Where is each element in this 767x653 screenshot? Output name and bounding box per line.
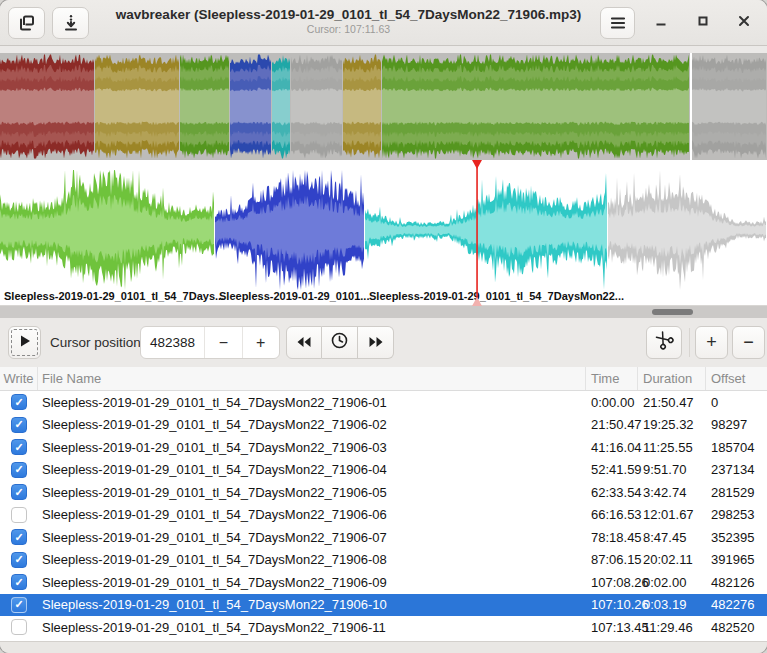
table-row[interactable]: ✓Sleepless-2019-01-29_0101_tl_54_7DaysMo… — [0, 549, 767, 572]
duration-cell: 0:03.19 — [638, 597, 706, 612]
table-row[interactable]: ✓Sleepless-2019-01-29_0101_tl_54_7DaysMo… — [0, 391, 767, 414]
overview-waveform[interactable] — [0, 53, 767, 160]
write-checkbox-checked[interactable]: ✓ — [11, 529, 27, 545]
write-checkbox-checked[interactable]: ✓ — [11, 484, 27, 500]
write-cell: ✓ — [0, 597, 38, 613]
waveform-scrollbar[interactable] — [0, 306, 767, 318]
remove-break-button[interactable]: − — [732, 326, 765, 359]
time-cell: 87:06.15 — [586, 552, 638, 567]
minimize-icon — [654, 14, 668, 32]
filename-cell: Sleepless-2019-01-29_0101_tl_54_7DaysMon… — [38, 440, 586, 455]
maximize-icon — [696, 14, 710, 32]
write-checkbox-checked[interactable]: ✓ — [11, 552, 27, 568]
table-row[interactable]: ✓Sleepless-2019-01-29_0101_tl_54_7DaysMo… — [0, 526, 767, 549]
detail-waveform[interactable]: Sleepless-2019-01-29_0101_tl_54_7Days...… — [0, 160, 767, 306]
column-header-offset[interactable]: Offset — [706, 367, 767, 390]
write-cell: ✓ — [0, 484, 38, 500]
duration-cell: 11:25.55 — [638, 440, 706, 455]
time-cell: 41:16.04 — [586, 440, 638, 455]
spin-increment-button[interactable]: + — [242, 327, 279, 358]
column-header-time[interactable]: Time — [586, 367, 638, 390]
save-file-icon — [61, 13, 81, 33]
offset-cell: 298253 — [706, 507, 767, 522]
duration-cell: 21:50.47 — [638, 395, 706, 410]
scrollbar-handle[interactable] — [652, 309, 693, 315]
jump-to-time-button[interactable] — [322, 326, 358, 359]
table-row[interactable]: Sleepless-2019-01-29_0101_tl_54_7DaysMon… — [0, 616, 767, 639]
minimize-button[interactable] — [646, 0, 676, 46]
duration-cell: 9:51.70 — [638, 462, 706, 477]
duration-cell: 8:47.45 — [638, 530, 706, 545]
save-file-button[interactable] — [52, 7, 89, 39]
column-header-filename[interactable]: File Name — [38, 367, 586, 390]
seek-button-group — [286, 326, 394, 359]
write-cell — [0, 619, 38, 635]
column-header-duration[interactable]: Duration — [638, 367, 706, 390]
time-cell: 107:10.26 — [586, 597, 638, 612]
detail-cursor-line — [476, 166, 478, 300]
table-row[interactable]: ✓Sleepless-2019-01-29_0101_tl_54_7DaysMo… — [0, 571, 767, 594]
filename-cell: Sleepless-2019-01-29_0101_tl_54_7DaysMon… — [38, 395, 586, 410]
table-row[interactable]: ✓Sleepless-2019-01-29_0101_tl_54_7DaysMo… — [0, 414, 767, 437]
seek-backward-button[interactable] — [286, 326, 322, 359]
table-body: ✓Sleepless-2019-01-29_0101_tl_54_7DaysMo… — [0, 391, 767, 639]
cursor-position-spinbox: 482388 − + — [140, 326, 280, 359]
close-button[interactable] — [729, 0, 759, 46]
write-checkbox-unchecked[interactable] — [11, 619, 27, 635]
cut-track-button[interactable] — [646, 326, 682, 359]
menu-button[interactable] — [600, 7, 635, 39]
write-checkbox-checked[interactable]: ✓ — [11, 462, 27, 478]
write-cell: ✓ — [0, 417, 38, 433]
table-row[interactable]: ✓Sleepless-2019-01-29_0101_tl_54_7DaysMo… — [0, 594, 767, 617]
add-break-button[interactable]: + — [695, 326, 728, 359]
seek-backward-icon — [296, 334, 312, 352]
time-cell: 107:08.26 — [586, 575, 638, 590]
write-cell: ✓ — [0, 394, 38, 410]
seek-forward-icon — [368, 334, 384, 352]
write-cell: ✓ — [0, 462, 38, 478]
filename-cell: Sleepless-2019-01-29_0101_tl_54_7DaysMon… — [38, 620, 586, 635]
offset-cell: 0 — [706, 395, 767, 410]
open-file-button[interactable] — [8, 7, 45, 39]
hamburger-menu-icon — [610, 16, 626, 30]
offset-cell: 237134 — [706, 462, 767, 477]
time-cell: 62:33.54 — [586, 485, 638, 500]
duration-cell: 0:02.00 — [638, 575, 706, 590]
write-cell: ✓ — [0, 552, 38, 568]
table-row[interactable]: ✓Sleepless-2019-01-29_0101_tl_54_7DaysMo… — [0, 459, 767, 482]
write-checkbox-checked[interactable]: ✓ — [11, 574, 27, 590]
filename-cell: Sleepless-2019-01-29_0101_tl_54_7DaysMon… — [38, 575, 586, 590]
time-cell: 21:50.47 — [586, 417, 638, 432]
filename-cell: Sleepless-2019-01-29_0101_tl_54_7DaysMon… — [38, 462, 586, 477]
table-row[interactable]: ✓Sleepless-2019-01-29_0101_tl_54_7DaysMo… — [0, 481, 767, 504]
table-row[interactable]: Sleepless-2019-01-29_0101_tl_54_7DaysMon… — [0, 504, 767, 527]
maximize-button[interactable] — [688, 0, 718, 46]
offset-cell: 185704 — [706, 440, 767, 455]
offset-cell: 352395 — [706, 530, 767, 545]
column-header-write[interactable]: Write — [0, 367, 38, 390]
write-cell: ✓ — [0, 529, 38, 545]
write-checkbox-checked[interactable]: ✓ — [11, 394, 27, 410]
cursor-marker-bottom-icon — [472, 297, 482, 306]
duration-cell: 11:29.46 — [638, 620, 706, 635]
bottom-strip — [0, 641, 767, 653]
write-checkbox-checked[interactable]: ✓ — [11, 417, 27, 433]
table-row[interactable]: ✓Sleepless-2019-01-29_0101_tl_54_7DaysMo… — [0, 436, 767, 459]
time-cell: 78:18.45 — [586, 530, 638, 545]
filename-cell: Sleepless-2019-01-29_0101_tl_54_7DaysMon… — [38, 530, 586, 545]
scissors-icon — [655, 331, 673, 354]
play-button[interactable] — [8, 326, 41, 359]
duration-cell: 12:01.67 — [638, 507, 706, 522]
filename-cell: Sleepless-2019-01-29_0101_tl_54_7DaysMon… — [38, 417, 586, 432]
duration-cell: 3:42.74 — [638, 485, 706, 500]
write-checkbox-unchecked[interactable] — [11, 507, 27, 523]
clock-icon — [331, 332, 348, 353]
seek-forward-button[interactable] — [358, 326, 394, 359]
write-cell: ✓ — [0, 439, 38, 455]
write-checkbox-checked[interactable]: ✓ — [11, 439, 27, 455]
spin-decrement-button[interactable]: − — [204, 327, 241, 358]
cursor-position-input[interactable]: 482388 — [141, 327, 204, 358]
offset-cell: 482520 — [706, 620, 767, 635]
write-checkbox-checked[interactable]: ✓ — [11, 597, 27, 613]
toolbar: Cursor position: 482388 − + + − — [0, 318, 767, 367]
